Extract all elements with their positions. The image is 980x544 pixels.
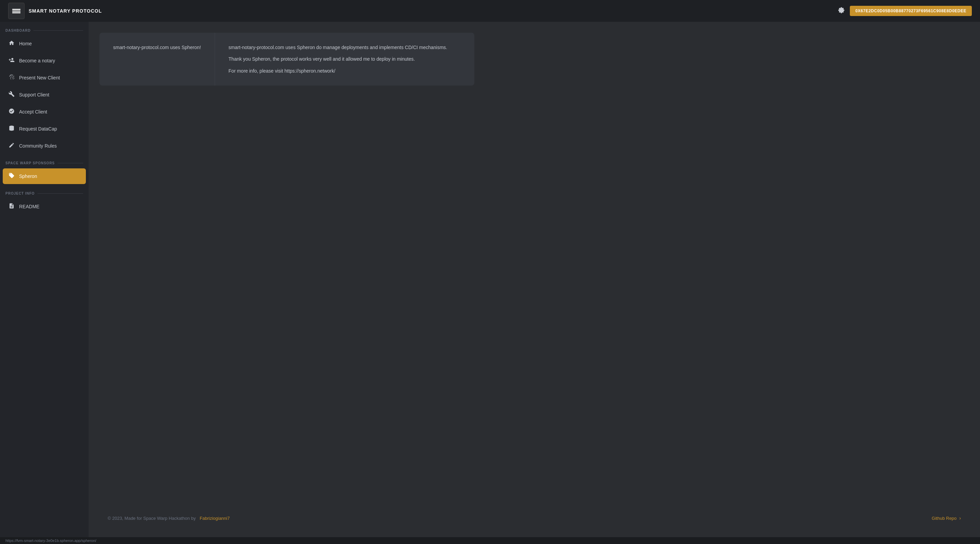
main-layout: DASHBOARD Home Become a notary [0,22,980,537]
fingerprint-icon [8,74,15,81]
spheron-icon [8,172,15,180]
footer-author-link[interactable]: Fabriziogianni7 [200,516,230,521]
footer-right: Github Repo › [932,515,961,521]
info-line-2: Thank you Spheron, the protocol works ve… [229,55,447,63]
sidebar-item-home-label: Home [19,41,32,46]
check-circle-icon [8,108,15,116]
sidebar-item-readme-label: README [19,204,40,209]
footer: © 2023, Made for Space Warp Hackathon by… [100,510,969,526]
tools-icon [8,91,15,99]
info-card-left: smart-notary-protocol.com uses Spheron! [100,33,215,86]
main-content: smart-notary-protocol.com uses Spheron! … [89,22,980,537]
chevron-right-icon: › [959,515,961,521]
footer-copyright: © 2023, Made for Space Warp Hackathon by [108,516,196,521]
sidebar-item-accept-client-label: Accept Client [19,109,47,115]
status-url: https://fvm-smart-notary-3e0e1b.spheron.… [5,539,96,542]
sidebar-section-dashboard: DASHBOARD [0,22,89,35]
sidebar-section-sponsors: SPACE WARP SPONSORS [0,154,89,168]
sidebar-item-support-client-label: Support Client [19,92,49,97]
home-icon [8,40,15,48]
sidebar-item-spheron-label: Spheron [19,173,37,179]
status-bar: https://fvm-smart-notary-3e0e1b.spheron.… [0,537,980,544]
wallet-address-button[interactable]: 0X67E2DC0D05B00B88770273F69561C908E8D0ED… [850,6,972,16]
sidebar: DASHBOARD Home Become a notary [0,22,89,537]
github-repo-link[interactable]: Github Repo [932,516,956,521]
logo-box [8,3,24,19]
sidebar-item-community-rules-label: Community Rules [19,143,57,149]
info-card: smart-notary-protocol.com uses Spheron! … [100,33,474,86]
info-line-3: For more info, please visit https://sphe… [229,67,447,75]
settings-icon[interactable] [838,7,845,15]
person-add-icon [8,57,15,64]
brand-title: SMART NOTARY PROTOCOL [29,8,102,14]
sidebar-item-request-datacap[interactable]: Request DataCap [3,121,86,137]
database-icon [8,125,15,133]
sidebar-item-present-client-label: Present New Client [19,75,60,80]
info-card-left-text: smart-notary-protocol.com uses Spheron! [113,45,201,50]
sidebar-item-accept-client[interactable]: Accept Client [3,104,86,119]
header: SMART NOTARY PROTOCOL 0X67E2DC0D05B00B88… [0,0,980,22]
header-right: 0X67E2DC0D05B00B88770273F69561C908E8D0ED… [838,6,972,16]
sidebar-item-become-notary[interactable]: Become a notary [3,53,86,68]
sidebar-section-project-info: PROJECT INFO [0,185,89,198]
info-line-1: smart-notary-protocol.com uses Spheron d… [229,44,447,51]
info-card-right: smart-notary-protocol.com uses Spheron d… [215,33,461,86]
footer-left: © 2023, Made for Space Warp Hackathon by… [108,516,230,521]
sidebar-item-request-datacap-label: Request DataCap [19,126,57,132]
sidebar-item-spheron[interactable]: Spheron [3,169,86,184]
sidebar-item-community-rules[interactable]: Community Rules [3,138,86,154]
sidebar-item-home[interactable]: Home [3,36,86,51]
sidebar-item-support-client[interactable]: Support Client [3,87,86,103]
sidebar-item-readme[interactable]: README [3,199,86,215]
document-icon [8,203,15,210]
pen-icon [8,142,15,150]
sidebar-item-present-client[interactable]: Present New Client [3,70,86,86]
logo-area: SMART NOTARY PROTOCOL [8,3,102,19]
sidebar-item-become-notary-label: Become a notary [19,58,55,64]
